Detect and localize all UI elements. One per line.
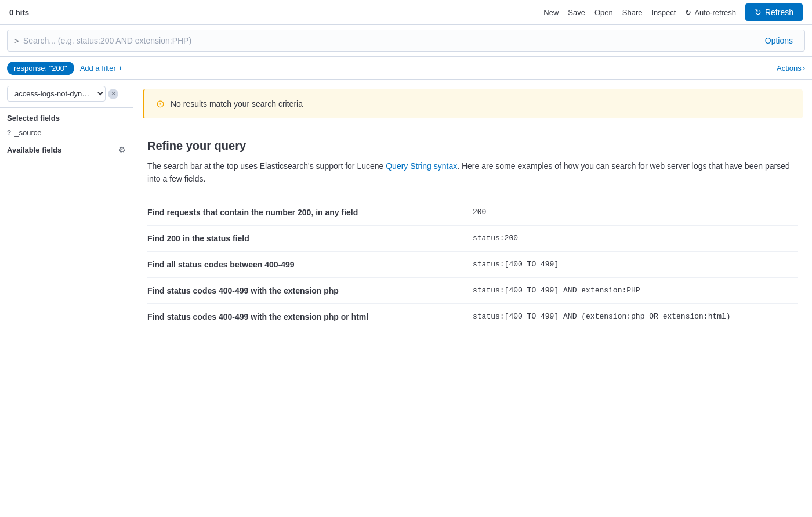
sidebar: access-logs-not-dynam... ✕ Selected fiel…: [0, 80, 133, 517]
response-filter-tag[interactable]: response: "200": [7, 62, 74, 75]
search-prompt: >_: [14, 37, 23, 45]
field-name: _source: [14, 128, 41, 137]
new-button[interactable]: New: [543, 8, 559, 17]
example-query: status:[400 TO 499] AND extension:PHP: [473, 277, 798, 303]
example-query: status:[400 TO 499]: [473, 251, 798, 277]
available-fields-header: Available fields ⚙: [0, 139, 133, 158]
actions-chevron: ›: [803, 64, 805, 73]
selected-fields-title: Selected fields: [0, 108, 133, 126]
gear-icon: ⚙: [118, 145, 126, 154]
table-row: Find status codes 400-499 with the exten…: [147, 277, 798, 303]
refresh-label: Refresh: [765, 8, 793, 17]
example-query: status:[400 TO 499] AND (extension:php O…: [473, 303, 798, 330]
open-button[interactable]: Open: [594, 8, 613, 17]
refine-desc-part1: The search bar at the top uses Elasticse…: [147, 161, 386, 171]
table-row: Find status codes 400-499 with the exten…: [147, 303, 798, 330]
add-filter-button[interactable]: Add a filter +: [80, 64, 123, 73]
example-description: Find all status codes between 400-499: [147, 251, 473, 277]
main-layout: access-logs-not-dynam... ✕ Selected fiel…: [0, 80, 812, 517]
actions-button[interactable]: Actions ›: [777, 64, 805, 73]
examples-table: Find requests that contain the number 20…: [147, 200, 798, 330]
search-bar: >_ Options: [0, 25, 812, 57]
refresh-icon: ↻: [755, 8, 762, 17]
available-fields-title: Available fields: [7, 146, 61, 154]
inspect-button[interactable]: Inspect: [652, 8, 676, 17]
top-bar: 0 hits New Save Open Share Inspect ↻ Aut…: [0, 0, 812, 25]
top-bar-left: 0 hits: [9, 8, 29, 17]
close-icon: ✕: [111, 90, 116, 97]
auto-refresh-icon: ↻: [685, 8, 691, 17]
index-dropdown[interactable]: access-logs-not-dynam...: [7, 86, 106, 102]
add-filter-icon: +: [118, 64, 123, 73]
hits-count: 0 hits: [9, 8, 29, 17]
filter-bar: response: "200" Add a filter + Actions ›: [0, 57, 812, 80]
query-string-link[interactable]: Query String syntax: [386, 161, 457, 171]
example-query: status:200: [473, 225, 798, 251]
refresh-button[interactable]: ↻ Refresh: [745, 3, 803, 21]
search-input[interactable]: [23, 36, 760, 45]
example-description: Find requests that contain the number 20…: [147, 200, 473, 226]
source-field: ? _source: [0, 126, 133, 139]
add-filter-label: Add a filter: [80, 64, 116, 73]
table-row: Find requests that contain the number 20…: [147, 200, 798, 226]
search-bar-wrapper: >_ Options: [7, 30, 805, 52]
table-row: Find all status codes between 400-499 st…: [147, 251, 798, 277]
example-description: Find status codes 400-499 with the exten…: [147, 303, 473, 330]
refine-title: Refine your query: [147, 139, 798, 153]
index-selector: access-logs-not-dynam... ✕: [0, 80, 133, 108]
refine-description: The search bar at the top uses Elasticse…: [147, 160, 798, 186]
no-results-banner: ⊙ No results match your search criteria: [143, 89, 803, 118]
top-bar-right: New Save Open Share Inspect ↻ Auto-refre…: [543, 3, 803, 21]
actions-label: Actions: [777, 64, 802, 73]
refine-section: Refine your query The search bar at the …: [133, 128, 812, 342]
table-row: Find 200 in the status field status:200: [147, 225, 798, 251]
no-results-message: No results match your search criteria: [171, 99, 303, 109]
field-type-badge: ?: [7, 129, 11, 137]
example-description: Find status codes 400-499 with the exten…: [147, 277, 473, 303]
auto-refresh-button[interactable]: ↻ Auto-refresh: [685, 8, 736, 17]
auto-refresh-label: Auto-refresh: [694, 8, 736, 17]
index-clear-button[interactable]: ✕: [108, 89, 118, 99]
example-description: Find 200 in the status field: [147, 225, 473, 251]
warning-icon: ⊙: [156, 97, 165, 110]
save-button[interactable]: Save: [568, 8, 585, 17]
share-button[interactable]: Share: [622, 8, 643, 17]
options-button[interactable]: Options: [760, 34, 798, 48]
example-query: 200: [473, 200, 798, 226]
gear-icon-button[interactable]: ⚙: [118, 145, 126, 154]
content-area: ⊙ No results match your search criteria …: [133, 80, 812, 517]
